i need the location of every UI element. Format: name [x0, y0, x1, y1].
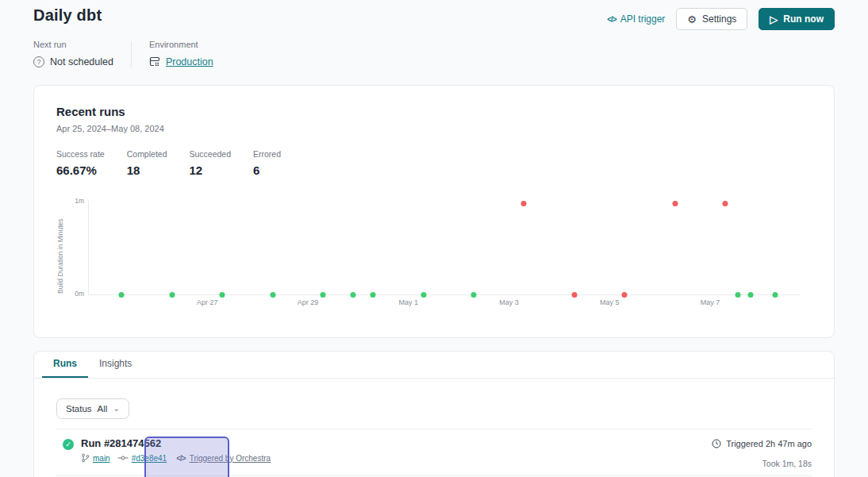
- stat-completed: Completed 18: [127, 149, 167, 177]
- x-tick-label: May 1: [398, 298, 418, 306]
- play-icon: ▷: [770, 14, 778, 25]
- api-trigger-label: API trigger: [620, 13, 666, 25]
- status-filter-dropdown[interactable]: Status All ⌄: [56, 398, 129, 419]
- stat-succeeded: Succeeded 12: [189, 149, 231, 177]
- run-dot-success[interactable]: [747, 292, 753, 298]
- tabbar: Runs Insights: [34, 352, 834, 379]
- duration-scatter-chart: Build Duration in Minutes 1m 0m Apr 27Ap…: [56, 199, 812, 320]
- run-dot-success[interactable]: [270, 292, 275, 298]
- run-dot-success[interactable]: [119, 292, 125, 298]
- branch-link[interactable]: main: [93, 454, 110, 463]
- run-dot-success[interactable]: [471, 292, 477, 298]
- git-branch-icon: [81, 453, 90, 463]
- chart-plot: 1m 0m Apr 27Apr 29May 1May 3May 5May 7: [88, 201, 801, 295]
- run-dot-success[interactable]: [350, 292, 355, 298]
- chart-y-axis-title: Build Duration in Minutes: [56, 199, 64, 294]
- recent-runs-title: Recent runs: [56, 105, 812, 118]
- chevron-down-icon: ⌄: [113, 406, 119, 411]
- run-dot-success[interactable]: [421, 292, 426, 298]
- question-circle-icon: ?: [33, 56, 44, 67]
- run-dot-success[interactable]: [773, 292, 778, 298]
- job-meta-row: Next run ? Not scheduled Environment Pro…: [0, 30, 868, 67]
- runs-card: Runs Insights Status All ⌄ ✓ Run #281474…: [33, 351, 835, 477]
- meta-divider: [131, 41, 132, 67]
- status-filter-label: Status: [66, 404, 92, 414]
- git-commit-icon: [117, 455, 129, 461]
- api-trigger-link[interactable]: </> API trigger: [607, 13, 665, 25]
- page-header: Daily dbt </> API trigger ⚙ Settings ▷ R…: [0, 0, 868, 30]
- run-dot-error[interactable]: [672, 201, 678, 206]
- recent-runs-card: Recent runs Apr 25, 2024–May 08, 2024 Su…: [33, 85, 835, 338]
- run-dot-error[interactable]: [722, 201, 728, 206]
- selection-highlight-overlay: [144, 437, 229, 477]
- next-run-text: Not scheduled: [50, 56, 113, 67]
- status-filter-value: All: [98, 404, 108, 414]
- environment-label: Environment: [149, 40, 213, 49]
- y-tick-1m: 1m: [67, 197, 84, 205]
- settings-button[interactable]: ⚙ Settings: [676, 8, 747, 30]
- run-now-label: Run now: [783, 13, 824, 25]
- code-icon: </>: [607, 15, 616, 24]
- run-dot-success[interactable]: [735, 292, 740, 298]
- tab-runs[interactable]: Runs: [42, 352, 88, 378]
- next-run-block: Next run ? Not scheduled: [33, 40, 113, 67]
- stats-row: Success rate 66.67% Completed 18 Succeed…: [56, 149, 812, 177]
- gear-icon: ⚙: [687, 14, 697, 25]
- x-tick-label: May 5: [600, 298, 620, 306]
- run-duration: Took 1m, 18s: [712, 459, 812, 468]
- settings-label: Settings: [702, 13, 736, 25]
- run-dot-success[interactable]: [320, 292, 325, 298]
- x-tick-label: Apr 29: [298, 298, 319, 306]
- header-actions: </> API trigger ⚙ Settings ▷ Run now: [607, 8, 835, 30]
- success-check-icon: ✓: [63, 439, 74, 450]
- run-dot-success[interactable]: [169, 292, 175, 298]
- page-title: Daily dbt: [33, 6, 102, 25]
- environment-value: Production: [149, 56, 213, 67]
- next-run-label: Next run: [33, 40, 113, 49]
- clock-icon: [712, 439, 721, 448]
- run-dot-success[interactable]: [220, 292, 225, 298]
- run-dot-error[interactable]: [521, 201, 527, 206]
- environment-icon: [149, 56, 160, 67]
- environment-link[interactable]: Production: [166, 56, 213, 67]
- run-dot-error[interactable]: [571, 292, 577, 298]
- y-tick-0m: 0m: [67, 290, 84, 298]
- run-dot-error[interactable]: [622, 292, 628, 298]
- tab-insights[interactable]: Insights: [88, 352, 143, 378]
- stat-success-rate: Success rate 66.67%: [56, 149, 105, 177]
- stat-errored: Errored 6: [253, 149, 293, 177]
- x-tick-label: May 3: [499, 298, 519, 306]
- triggered-time: Triggered 2h 47m ago: [726, 439, 812, 448]
- date-range: Apr 25, 2024–May 08, 2024: [56, 124, 812, 133]
- next-run-value: ? Not scheduled: [33, 56, 113, 67]
- environment-block: Environment Production: [149, 40, 213, 67]
- run-dot-success[interactable]: [371, 292, 376, 298]
- x-tick-label: Apr 27: [197, 298, 218, 306]
- x-tick-label: May 7: [701, 298, 720, 306]
- run-now-button[interactable]: ▷ Run now: [759, 8, 835, 30]
